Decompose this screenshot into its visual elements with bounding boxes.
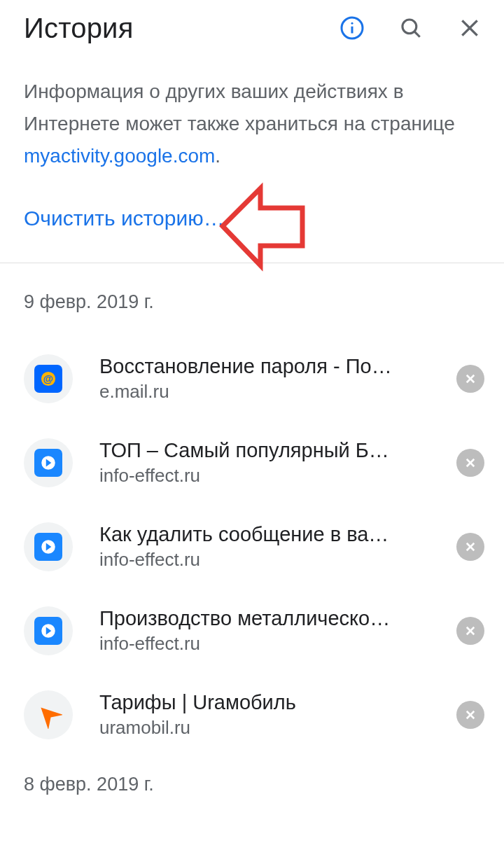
entry-domain: e.mail.ru: [99, 381, 430, 403]
clear-history-button[interactable]: Очистить историю…: [24, 207, 480, 230]
header-actions: [339, 15, 483, 41]
entry-domain: info-effect.ru: [99, 633, 430, 655]
app-header: История: [0, 0, 504, 56]
delete-entry-button[interactable]: [456, 617, 484, 645]
favicon-arrow-icon: [34, 533, 62, 561]
svg-point-2: [351, 22, 354, 25]
history-entry[interactable]: ТОП – Самый популярный Б… info-effect.ru: [0, 421, 504, 505]
entry-title: Тарифы | Uraмобиль: [99, 691, 430, 714]
delete-entry-button[interactable]: [456, 449, 484, 477]
myactivity-link[interactable]: myactivity.google.com: [24, 145, 215, 167]
favicon-container: [24, 690, 73, 739]
info-text-suffix: .: [215, 145, 220, 167]
favicon-container: @: [24, 354, 73, 403]
delete-entry-button[interactable]: [456, 701, 484, 729]
entry-text: Тарифы | Uraмобиль uramobil.ru: [99, 691, 430, 739]
entry-domain: info-effect.ru: [99, 549, 430, 571]
info-section: Информация о других ваших действиях в Ин…: [0, 56, 504, 251]
entry-text: Как удалить сообщение в ва… info-effect.…: [99, 523, 430, 571]
search-icon[interactable]: [398, 15, 424, 41]
history-entry[interactable]: Тарифы | Uraмобиль uramobil.ru: [0, 673, 504, 757]
date-header: 9 февр. 2019 г.: [0, 263, 504, 313]
entry-title: Как удалить сообщение в ва…: [99, 523, 430, 546]
close-icon[interactable]: [456, 15, 483, 41]
favicon-at-icon: @: [34, 365, 62, 393]
entry-text: ТОП – Самый популярный Б… info-effect.ru: [99, 439, 430, 487]
entry-title: Восстановление пароля - По…: [99, 355, 430, 378]
entry-text: Производство металлическо… info-effect.r…: [99, 607, 430, 655]
page-title: История: [24, 13, 339, 44]
entry-domain: uramobil.ru: [99, 717, 430, 739]
svg-text:@: @: [43, 372, 53, 384]
entry-text: Восстановление пароля - По… e.mail.ru: [99, 355, 430, 403]
info-text-prefix: Информация о других ваших действиях в Ин…: [24, 81, 455, 134]
date-header: 8 февр. 2019 г.: [0, 757, 504, 795]
delete-entry-button[interactable]: [456, 533, 484, 561]
entry-domain: info-effect.ru: [99, 465, 430, 487]
favicon-container: [24, 606, 73, 655]
favicon-arrow-icon: [34, 449, 62, 477]
entry-title: Производство металлическо…: [99, 607, 430, 630]
svg-line-4: [414, 32, 419, 36]
favicon-nav-icon: [34, 701, 62, 729]
history-entry[interactable]: @ Восстановление пароля - По… e.mail.ru: [0, 337, 504, 421]
entry-title: ТОП – Самый популярный Б…: [99, 439, 430, 462]
favicon-arrow-icon: [34, 617, 62, 645]
info-text: Информация о других ваших действиях в Ин…: [24, 76, 480, 173]
favicon-container: [24, 438, 73, 487]
history-entry[interactable]: Производство металлическо… info-effect.r…: [0, 589, 504, 673]
delete-entry-button[interactable]: [456, 365, 484, 393]
info-icon[interactable]: [339, 15, 365, 41]
history-entry[interactable]: Как удалить сообщение в ва… info-effect.…: [0, 505, 504, 589]
svg-point-3: [402, 20, 416, 34]
history-entries: @ Восстановление пароля - По… e.mail.ru …: [0, 313, 504, 757]
favicon-container: [24, 522, 73, 571]
